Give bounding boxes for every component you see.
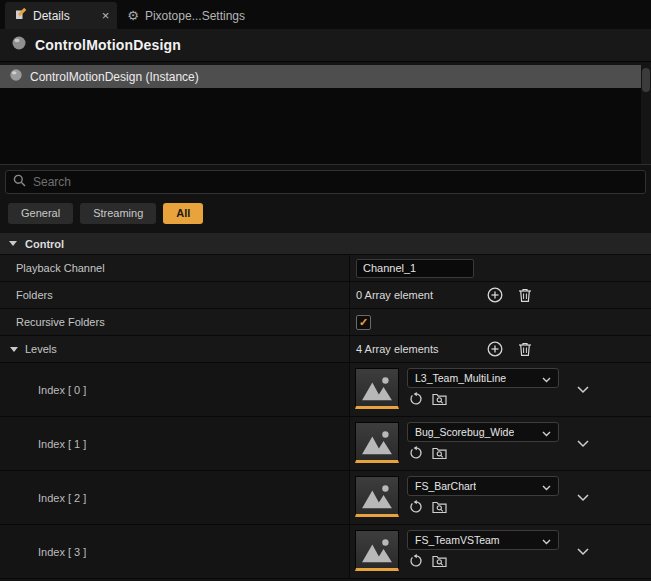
collapse-arrow-icon[interactable] (10, 347, 18, 352)
asset-dropdown-value: FS_BarChart (415, 480, 476, 492)
search-box (5, 170, 646, 194)
folders-label: Folders (16, 289, 53, 301)
filter-streaming-button[interactable]: Streaming (80, 203, 156, 224)
details-panel: Details × ⚙ Pixotope...Settings ControlM… (0, 0, 651, 581)
instance-list: ControlMotionDesign (Instance) (0, 65, 651, 165)
recursive-folders-label: Recursive Folders (16, 316, 105, 328)
tab-settings-label: Pixotope...Settings (145, 9, 245, 23)
filter-general-button[interactable]: General (8, 203, 73, 224)
browse-to-asset-icon[interactable] (432, 500, 447, 518)
trash-icon[interactable] (516, 340, 534, 358)
asset-dropdown[interactable]: FS_BarChart (407, 476, 559, 496)
chevron-down-icon (542, 477, 551, 495)
browse-to-asset-icon[interactable] (432, 554, 447, 572)
asset-dropdown[interactable]: Bug_Scorebug_Wide (407, 422, 559, 442)
use-selected-asset-icon[interactable] (409, 554, 423, 572)
tab-details-label: Details (33, 9, 70, 23)
property-row-recursive-folders: Recursive Folders ✓ (0, 309, 651, 336)
tab-pixotope-settings[interactable]: ⚙ Pixotope...Settings (117, 2, 255, 29)
instance-row[interactable]: ControlMotionDesign (Instance) (0, 65, 641, 88)
section-control[interactable]: Control (0, 233, 651, 255)
property-row-levels: Levels 4 Array elements (0, 336, 651, 363)
asset-thumbnail[interactable] (355, 476, 399, 517)
level-row-0: Index [ 0 ] L3_Team_MultiLine (0, 363, 651, 417)
search-icon (13, 173, 26, 191)
property-row-playback-channel: Playback Channel (0, 255, 651, 282)
scrollbar-thumb[interactable] (642, 68, 650, 92)
filter-row: General Streaming All (0, 199, 651, 227)
actor-icon (11, 35, 27, 55)
details-tab-icon (15, 8, 27, 23)
level-index-label: Index [ 1 ] (38, 438, 86, 450)
level-index-label: Index [ 2 ] (38, 492, 86, 504)
asset-dropdown-value: L3_Team_MultiLine (415, 372, 506, 384)
asset-dropdown-value: FS_TeamVSTeam (415, 534, 500, 546)
level-index-label: Index [ 3 ] (38, 546, 86, 558)
scrollbar[interactable] (641, 65, 651, 164)
actor-icon (9, 68, 23, 85)
level-row-2: Index [ 2 ] FS_BarChart (0, 471, 651, 525)
level-index-label: Index [ 0 ] (38, 384, 86, 396)
asset-thumbnail[interactable] (355, 422, 399, 463)
search-input[interactable] (33, 175, 638, 189)
expand-row-chevron-icon[interactable] (577, 440, 589, 448)
asset-thumbnail[interactable] (355, 368, 399, 409)
asset-dropdown-value: Bug_Scorebug_Wide (415, 426, 514, 438)
expand-row-chevron-icon[interactable] (577, 494, 589, 502)
gear-icon: ⚙ (127, 8, 139, 23)
property-row-folders: Folders 0 Array element (0, 282, 651, 309)
chevron-down-icon (542, 369, 551, 387)
asset-dropdown[interactable]: L3_Team_MultiLine (407, 368, 559, 388)
section-title: Control (25, 238, 64, 250)
add-array-element-icon[interactable] (486, 286, 504, 304)
chevron-down-icon (542, 531, 551, 549)
use-selected-asset-icon[interactable] (409, 392, 423, 410)
check-icon: ✓ (359, 317, 368, 328)
tab-details[interactable]: Details × (5, 2, 117, 29)
folders-array-count: 0 Array element (356, 289, 474, 301)
levels-array-count: 4 Array elements (356, 343, 474, 355)
playback-channel-input[interactable] (356, 259, 474, 278)
collapse-arrow-icon[interactable] (9, 241, 17, 246)
browse-to-asset-icon[interactable] (432, 446, 447, 464)
add-array-element-icon[interactable] (486, 340, 504, 358)
levels-label: Levels (25, 343, 57, 355)
level-row-1: Index [ 1 ] Bug_Scorebug_Wide (0, 417, 651, 471)
asset-thumbnail[interactable] (355, 530, 399, 571)
asset-dropdown[interactable]: FS_TeamVSTeam (407, 530, 559, 550)
level-row-3: Index [ 3 ] FS_TeamVSTeam (0, 525, 651, 579)
instance-label: ControlMotionDesign (Instance) (30, 70, 199, 84)
expand-row-chevron-icon[interactable] (577, 386, 589, 394)
close-icon[interactable]: × (102, 9, 110, 22)
use-selected-asset-icon[interactable] (409, 446, 423, 464)
panel-header: ControlMotionDesign (0, 29, 651, 62)
use-selected-asset-icon[interactable] (409, 500, 423, 518)
search-area (0, 165, 651, 199)
trash-icon[interactable] (516, 286, 534, 304)
page-title: ControlMotionDesign (35, 37, 181, 53)
chevron-down-icon (542, 423, 551, 441)
filter-all-button[interactable]: All (163, 203, 203, 224)
recursive-folders-checkbox[interactable]: ✓ (356, 315, 371, 330)
tab-bar: Details × ⚙ Pixotope...Settings (0, 0, 651, 29)
browse-to-asset-icon[interactable] (432, 392, 447, 410)
expand-row-chevron-icon[interactable] (577, 548, 589, 556)
playback-channel-label: Playback Channel (16, 262, 105, 274)
